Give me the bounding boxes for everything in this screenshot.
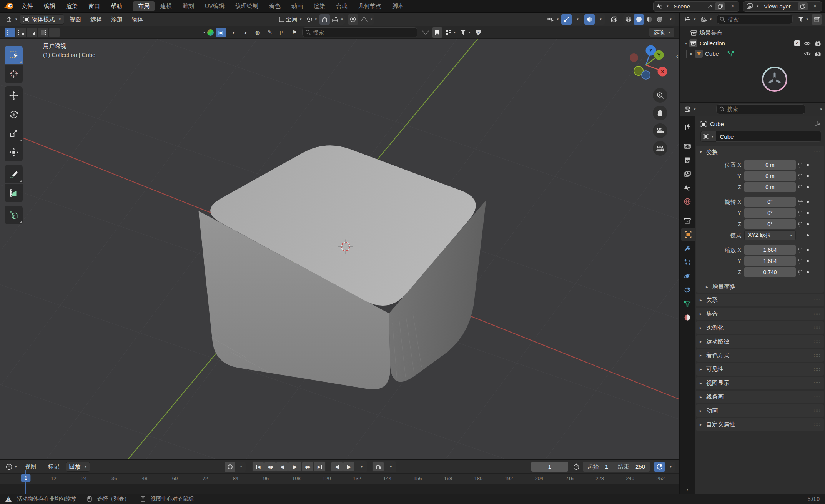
filter-button[interactable]: ▾: [458, 27, 472, 38]
scale-y-field[interactable]: 1.684: [744, 256, 796, 266]
snap-target-button[interactable]: ▾: [330, 14, 345, 25]
timeline-ruler[interactable]: 1 12243648607284961081201321441561681801…: [0, 474, 679, 484]
lock-icon[interactable]: [799, 165, 803, 168]
select-extend-button[interactable]: [16, 28, 26, 37]
editor-type-button[interactable]: ▾: [4, 14, 19, 25]
frame-back-button[interactable]: ◀: [331, 462, 343, 471]
blender-logo-icon[interactable]: [4, 2, 14, 10]
tab-compositing[interactable]: 合成: [331, 1, 353, 11]
viewport-canvas[interactable]: 用户透视 (1) Collection | Cube: [0, 39, 679, 459]
snap-toggle[interactable]: [319, 14, 330, 25]
zoom-button[interactable]: [653, 88, 667, 103]
rotation-z-field[interactable]: 0°: [744, 219, 796, 229]
texture-paint-mode-button[interactable]: ✎: [265, 28, 275, 37]
panel-animation[interactable]: ▸动画∷∷: [696, 404, 824, 417]
panel-visibility[interactable]: ▸可见性∷∷: [696, 363, 824, 376]
panel-relations[interactable]: ▸关系∷∷: [696, 294, 824, 306]
chevron-down-icon[interactable]: ▾: [203, 31, 205, 34]
scene-icon[interactable]: [657, 3, 663, 9]
unlink-scene-button[interactable]: ×: [727, 2, 737, 10]
transform-orientation-button[interactable]: 全局 ▾: [276, 14, 304, 25]
tab-output[interactable]: [680, 153, 695, 167]
transform-panel-header[interactable]: ▾ 变换 ∷∷: [696, 146, 824, 158]
xray-toggle[interactable]: [609, 14, 619, 25]
cube-object-row[interactable]: ▸ Cube: [682, 48, 823, 59]
timeline-editor-type-button[interactable]: ▾: [4, 462, 19, 472]
vertex-paint-mode-button[interactable]: ◕: [240, 28, 251, 37]
scene-collection-row[interactable]: 场景集合: [682, 28, 823, 38]
timeline-menu-playback[interactable]: 回放 ▾: [66, 462, 90, 472]
tabs-scroll-chevron[interactable]: ▾: [680, 487, 695, 491]
menu-file[interactable]: 文件: [16, 1, 38, 11]
tab-physics[interactable]: [680, 269, 695, 283]
sculpt-mode-button[interactable]: ◑: [228, 28, 238, 37]
overlays-dropdown[interactable]: ▾: [595, 14, 605, 25]
object-id-icon-button[interactable]: ▾: [700, 131, 716, 142]
menu-object[interactable]: 物体: [127, 14, 148, 24]
jump-to-end-button[interactable]: ▶: [314, 462, 325, 471]
lock-icon[interactable]: [799, 272, 803, 275]
pose-mode-button[interactable]: ⚑: [289, 28, 300, 37]
select-set-button[interactable]: [5, 28, 15, 37]
tab-shading[interactable]: 着色: [264, 1, 286, 11]
rotation-y-field[interactable]: 0°: [744, 208, 796, 218]
proportional-editing-toggle[interactable]: [348, 14, 358, 25]
smooth-curve-button[interactable]: [420, 27, 431, 38]
select-intersect-button[interactable]: [49, 28, 60, 37]
camera-view-button[interactable]: [653, 123, 667, 138]
keying-overlay-toggle[interactable]: [654, 462, 665, 472]
current-frame-field[interactable]: 1: [531, 462, 568, 472]
panel-shading[interactable]: ▸着色方式∷∷: [696, 349, 824, 362]
shading-material-button[interactable]: [644, 14, 654, 25]
viewlayer-icon[interactable]: [747, 3, 753, 9]
tab-uv-editing[interactable]: UV编辑: [200, 1, 230, 11]
proportional-falloff-button[interactable]: ▾: [358, 14, 374, 25]
tab-view-layer[interactable]: [680, 167, 695, 181]
animate-dot[interactable]: [807, 223, 809, 225]
animate-dot[interactable]: [807, 201, 809, 203]
tab-texture-paint[interactable]: 纹理绘制: [230, 1, 263, 11]
drag-grip-icon[interactable]: ∷∷: [814, 325, 820, 331]
navigation-gizmo[interactable]: Z Y X: [624, 42, 670, 87]
play-button[interactable]: ▶: [288, 462, 301, 471]
outliner-display-mode-button[interactable]: ▾: [699, 14, 714, 25]
drag-grip-icon[interactable]: ∷∷: [814, 353, 820, 358]
pivot-point-button[interactable]: ▾: [304, 14, 319, 25]
play-reverse-button[interactable]: ◀: [276, 462, 288, 471]
pin-icon[interactable]: [815, 121, 820, 127]
tab-sculpting[interactable]: 雕刻: [178, 1, 199, 11]
tab-scene[interactable]: [680, 181, 695, 195]
menu-add[interactable]: 添加: [106, 14, 127, 24]
lock-icon[interactable]: [799, 176, 803, 179]
rotation-mode-dropdown[interactable]: XYZ 欧拉▾: [744, 230, 796, 240]
auto-keying-toggle[interactable]: [225, 462, 235, 472]
measure-tool[interactable]: [5, 184, 23, 202]
particle-edit-mode-button[interactable]: ◳: [277, 28, 288, 37]
gizmos-dropdown[interactable]: ▾: [572, 14, 582, 25]
tab-render[interactable]: [680, 139, 695, 153]
annotate-tool[interactable]: [5, 165, 23, 183]
bookmark-button[interactable]: [432, 27, 442, 38]
search-input[interactable]: [717, 14, 793, 24]
drag-grip-icon[interactable]: ∷∷: [814, 422, 820, 427]
timeline-menu-view[interactable]: 视图: [20, 462, 42, 472]
select-subtract-button[interactable]: [27, 28, 37, 37]
animate-dot[interactable]: [807, 234, 809, 236]
shading-dropdown[interactable]: ▾: [665, 14, 675, 25]
search-input[interactable]: [302, 27, 417, 37]
location-x-field[interactable]: 0 m: [744, 160, 796, 170]
drag-grip-icon[interactable]: ∷∷: [814, 339, 820, 344]
transform-tool[interactable]: [5, 143, 23, 161]
lock-icon[interactable]: [799, 187, 803, 190]
playhead[interactable]: 1: [21, 474, 30, 482]
properties-editor-type-button[interactable]: ▾: [683, 104, 698, 115]
shading-wireframe-button[interactable]: [623, 14, 634, 25]
tab-object-data[interactable]: [680, 297, 695, 311]
animate-dot[interactable]: [807, 260, 809, 262]
drag-grip-icon[interactable]: ∷∷: [814, 150, 820, 155]
panel-instancing[interactable]: ▸实例化∷∷: [696, 321, 824, 334]
move-tool[interactable]: [5, 86, 23, 105]
auto-keying-dropdown[interactable]: ▾: [235, 462, 246, 472]
snap-dropdown[interactable]: ▾: [384, 462, 396, 471]
options-button[interactable]: 选项 ▾: [649, 27, 674, 37]
